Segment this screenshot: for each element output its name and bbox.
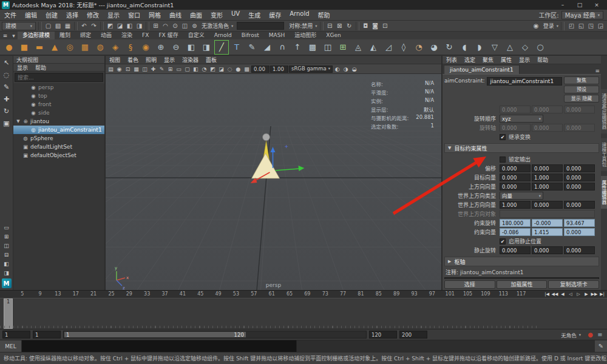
poly-cylinder-icon[interactable]: ▬ bbox=[32, 40, 47, 55]
play-backwards-button[interactable]: ◁ bbox=[567, 292, 574, 297]
outliner-item[interactable]: ◍pSphere bbox=[13, 134, 104, 143]
insert-edge-loop-icon[interactable]: ◭ bbox=[366, 40, 381, 55]
attribute-editor-menu[interactable]: 显示 bbox=[515, 56, 534, 64]
time-slider[interactable]: 5913172125293337414549535761656973778185… bbox=[0, 290, 607, 329]
poly-helix-icon[interactable]: § bbox=[123, 40, 138, 55]
menubar-item[interactable]: 曲线 bbox=[165, 10, 186, 19]
poly-plane-icon[interactable]: ▦ bbox=[78, 40, 92, 55]
ae-side-button[interactable]: 显示 隐藏 bbox=[564, 95, 599, 103]
safe-title-icon[interactable]: ◪ bbox=[217, 65, 225, 73]
film-gate-icon[interactable]: ▭ bbox=[175, 65, 183, 73]
go-to-end-button[interactable]: ▶| bbox=[599, 292, 606, 297]
render-frame-icon[interactable]: ◘ bbox=[361, 21, 370, 30]
checkbox-unchecked[interactable] bbox=[500, 157, 506, 163]
layout-two-pane-stacked-icon[interactable]: ⊟ bbox=[1, 251, 12, 258]
group-separator[interactable] bbox=[74, 22, 78, 30]
ae-footer-button[interactable]: 复制选项卡 bbox=[548, 280, 599, 289]
attribute-value-field[interactable]: 0.000 bbox=[500, 124, 531, 132]
layout-single-pane-icon[interactable]: ▭ bbox=[1, 223, 12, 231]
shelf-tab[interactable]: 雕刻 bbox=[55, 32, 75, 39]
group-separator[interactable] bbox=[100, 22, 104, 30]
menubar-item[interactable]: 缓存 bbox=[265, 10, 285, 19]
attribute-value-field[interactable]: 1.415 bbox=[532, 228, 563, 236]
construction-history-icon[interactable]: ↻ bbox=[345, 21, 354, 30]
attribute-value-field[interactable]: 93.467 bbox=[564, 219, 595, 227]
group-separator[interactable] bbox=[38, 22, 42, 30]
attribute-value-field[interactable]: 0.000 bbox=[564, 174, 595, 181]
group-separator[interactable] bbox=[356, 22, 359, 30]
multi-cut-icon[interactable]: ╱ bbox=[214, 40, 229, 55]
menubar-item[interactable]: Arnold bbox=[285, 10, 313, 19]
viewport-menu[interactable]: 渲染器 bbox=[178, 56, 202, 64]
select-hierarchy-icon[interactable]: ◩ bbox=[106, 21, 115, 30]
attribute-editor-menu[interactable]: 帮助 bbox=[534, 56, 552, 64]
workspace-dropdown[interactable]: Maya 经典 ▾ bbox=[561, 11, 603, 19]
ae-tab-list-icon[interactable]: ≡ bbox=[595, 68, 600, 74]
pencil-curve-icon[interactable]: ✎ bbox=[245, 40, 259, 55]
layout-outliner-persp-icon[interactable]: ◧ bbox=[1, 260, 12, 268]
safe-action-icon[interactable]: ◩ bbox=[209, 65, 217, 73]
redo-icon[interactable]: ↷ bbox=[89, 21, 98, 30]
group-separator[interactable] bbox=[320, 22, 324, 30]
attribute-value-field[interactable]: 0.000 bbox=[564, 183, 595, 190]
soften-edge-icon[interactable]: ◇ bbox=[518, 40, 532, 55]
scale-tool-icon[interactable]: ▣ bbox=[1, 118, 12, 129]
ae-side-button[interactable]: 预设 bbox=[564, 86, 599, 93]
current-time-indicator[interactable]: 1 bbox=[4, 298, 13, 329]
minimize-button[interactable]: – bbox=[554, 0, 571, 10]
select-tool-icon[interactable]: ↖ bbox=[1, 58, 12, 68]
close-button[interactable]: × bbox=[588, 0, 605, 10]
symmetry-status-dropdown[interactable]: 对称:禁用 bbox=[288, 22, 314, 30]
active-character-label[interactable]: 无激活角色 bbox=[200, 22, 230, 30]
attribute-value-field[interactable]: 0.000 bbox=[564, 246, 595, 254]
2d-pan-zoom-icon[interactable]: ✚ bbox=[149, 65, 157, 73]
input-connections-icon[interactable]: ⊟ bbox=[325, 21, 334, 30]
sign-in-button[interactable]: 登录 bbox=[542, 22, 555, 30]
ae-side-button[interactable]: 聚焦 bbox=[564, 76, 599, 84]
lasso-select-tool-icon[interactable]: ◌ bbox=[1, 70, 12, 80]
shaded-mode-icon[interactable]: ● bbox=[234, 65, 242, 73]
attribute-text-field[interactable] bbox=[500, 210, 595, 218]
undo-icon[interactable]: ↶ bbox=[80, 21, 89, 30]
time-slider-body[interactable]: 1 bbox=[0, 298, 607, 329]
append-polygon-icon[interactable]: ◊ bbox=[396, 40, 411, 55]
right-strip-tab[interactable]: 属性编辑器 bbox=[601, 176, 607, 209]
viewport-menu[interactable]: 视图 bbox=[106, 56, 124, 64]
go-to-start-button[interactable]: |◀ bbox=[543, 292, 551, 297]
menubar-item[interactable]: 网格 bbox=[144, 10, 165, 19]
ae-footer-button[interactable]: 选择 bbox=[444, 280, 495, 289]
playback-range-handle[interactable]: 1 120 bbox=[64, 332, 246, 337]
combine-icon[interactable]: ◧ bbox=[184, 40, 198, 55]
attribute-editor-menu[interactable]: 列表 bbox=[443, 56, 461, 64]
shelf-tab-options-icon[interactable]: ▾ bbox=[10, 32, 18, 39]
lock-camera-icon[interactable]: ◉ bbox=[115, 65, 123, 73]
move-tool-icon[interactable]: ✚ bbox=[1, 94, 12, 104]
viewport-menu[interactable]: 照明 bbox=[142, 56, 160, 64]
attribute-value-field[interactable]: 0.000 bbox=[564, 164, 595, 172]
gamma-field[interactable]: 1.00 bbox=[270, 66, 288, 73]
right-strip-tab[interactable]: 建模工具包 bbox=[601, 138, 607, 171]
attribute-value-field[interactable]: 1.000 bbox=[500, 201, 531, 209]
menubar-item[interactable]: 选择 bbox=[62, 10, 83, 19]
checkbox-checked[interactable]: ✔ bbox=[500, 238, 506, 244]
bookmark-icon[interactable]: ▦ bbox=[132, 65, 140, 73]
shelf-tab[interactable]: 绑定 bbox=[75, 32, 96, 39]
shelf-menu-icon[interactable]: ≡ bbox=[1, 32, 9, 39]
outliner-item[interactable]: ◉front bbox=[13, 100, 104, 109]
paint-select-tool-icon[interactable]: ✎ bbox=[1, 82, 12, 92]
outliner-item[interactable]: ◉persp bbox=[13, 83, 104, 92]
lighting-toggle-icon[interactable]: ◐ bbox=[333, 65, 341, 73]
select-object-icon[interactable]: ◪ bbox=[115, 21, 124, 30]
range-slider-track[interactable]: 1 120 bbox=[63, 331, 367, 339]
harden-edge-icon[interactable]: ○ bbox=[533, 40, 548, 55]
ao-toggle-icon[interactable]: ◒ bbox=[350, 65, 358, 73]
checkbox-checked[interactable]: ✔ bbox=[500, 134, 506, 140]
image-plane-icon[interactable]: ◫ bbox=[141, 65, 149, 73]
shelf-tab[interactable]: 自定义 bbox=[183, 32, 209, 39]
smooth-icon[interactable]: ▩ bbox=[305, 40, 320, 55]
shelf-tab[interactable]: XGen bbox=[321, 32, 345, 39]
field-chart-icon[interactable]: ◔ bbox=[200, 65, 208, 73]
select-camera-icon[interactable]: ▤ bbox=[107, 65, 115, 73]
make-live-icon[interactable]: ⊚ bbox=[190, 21, 199, 30]
attribute-value-field[interactable]: -0.000 bbox=[532, 219, 563, 227]
